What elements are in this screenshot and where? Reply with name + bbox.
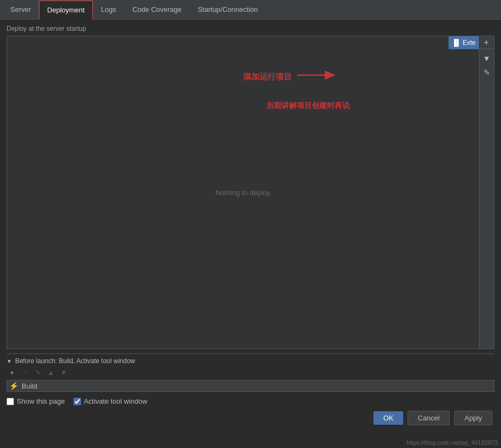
deploy-list-area: 添加运行项目 后期讲解项目创建时再说 Nothing to deploy	[7, 36, 479, 349]
exte-button[interactable]: ▐▌ Exte	[449, 36, 479, 49]
exte-label: Exte	[463, 39, 476, 46]
before-launch-title: Before launch: Build, Activate tool wind…	[15, 357, 135, 365]
annotation-add: 添加运行项目	[243, 69, 340, 85]
show-this-page-label[interactable]: Show this page	[6, 397, 65, 405]
build-icon: ⚡	[9, 382, 18, 390]
tab-startup-connection[interactable]: Startup/Connection	[190, 0, 266, 19]
ok-button[interactable]: OK	[373, 411, 403, 425]
annotation-add-text: 添加运行项目	[243, 72, 292, 82]
bottom-checks: Show this page Activate tool window	[6, 397, 495, 405]
watermark-link: https://blog.csdn.net/qq_40182873	[406, 439, 498, 446]
tab-deployment[interactable]: Deployment	[39, 1, 92, 19]
bottom-buttons: OK Cancel Apply	[6, 411, 495, 425]
tab-bar: Server Deployment Logs Code Coverage Sta…	[0, 0, 501, 19]
deploy-down-button[interactable]: ▼	[481, 52, 493, 64]
before-launch-chevron[interactable]: ▼	[6, 358, 12, 364]
before-launch-header: ▼ Before launch: Build, Activate tool wi…	[6, 357, 495, 365]
before-launch-section: ▼ Before launch: Build, Activate tool wi…	[6, 353, 495, 394]
show-this-page-text: Show this page	[17, 397, 65, 405]
bl-down-button[interactable]: ▼	[58, 367, 69, 378]
activate-tool-window-checkbox[interactable]	[74, 398, 81, 405]
activate-tool-window-label[interactable]: Activate tool window	[74, 397, 148, 405]
tab-logs[interactable]: Logs	[93, 0, 124, 19]
main-content: Deploy at the server startup 添加运行项目	[0, 19, 501, 448]
bl-remove-button[interactable]: −	[19, 367, 30, 378]
apply-button[interactable]: Apply	[454, 411, 492, 425]
deploy-edit-button[interactable]: ✎	[481, 66, 493, 78]
bl-edit-button[interactable]: ✎	[32, 367, 43, 378]
before-launch-toolbar: + − ✎ ▲ ▼	[6, 367, 495, 378]
annotation-later: 后期讲解项目创建时再说	[266, 101, 350, 111]
cancel-button[interactable]: Cancel	[408, 411, 450, 425]
build-item-label: Build	[22, 382, 37, 390]
annotation-arrow-icon	[297, 69, 340, 85]
deployment-panel: 添加运行项目 后期讲解项目创建时再说 Nothing to deploy	[6, 36, 495, 349]
exte-icon: ▐▌	[452, 39, 461, 46]
tab-server[interactable]: Server	[2, 0, 39, 19]
activate-tool-window-text: Activate tool window	[84, 397, 148, 405]
deploy-sidebar: ▲ ▼ ✎	[479, 36, 494, 349]
add-deploy-button[interactable]: +	[479, 36, 494, 49]
build-list-item[interactable]: ⚡ Build	[6, 380, 495, 392]
nothing-to-deploy-text: Nothing to deploy	[216, 189, 270, 197]
bl-up-button[interactable]: ▲	[45, 367, 56, 378]
tab-code-coverage[interactable]: Code Coverage	[124, 0, 190, 19]
show-this-page-checkbox[interactable]	[6, 398, 14, 405]
bl-add-button[interactable]: +	[6, 367, 17, 378]
section-label: Deploy at the server startup	[6, 25, 495, 32]
